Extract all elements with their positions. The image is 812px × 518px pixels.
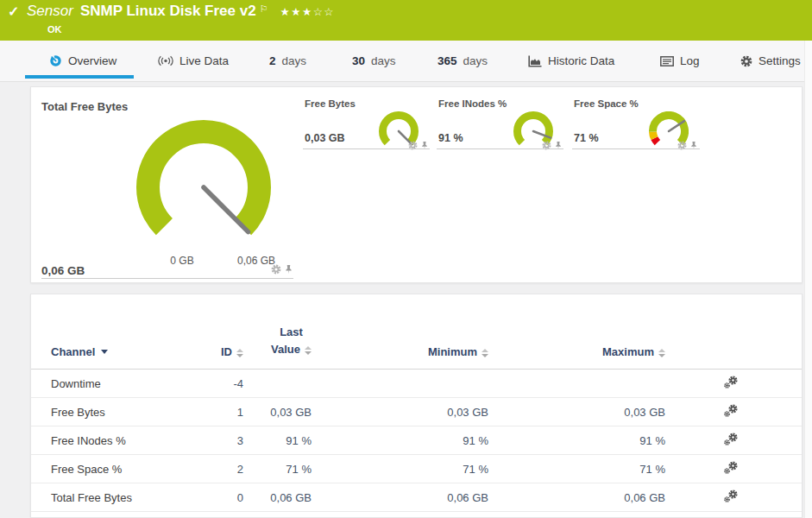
tab-settings-label: Settings: [758, 54, 801, 67]
column-header-minimum[interactable]: Minimum: [316, 294, 493, 370]
sort-icon: [305, 346, 312, 355]
historic-chart-icon: [528, 55, 542, 67]
small-gauge-value-free-bytes: 0,03 GB: [305, 132, 345, 144]
small-gauge-title-free-inodes: Free INodes %: [438, 98, 507, 109]
object-kind-label: Sensor: [27, 3, 73, 20]
last-value-cell: 91 %: [247, 426, 316, 455]
small-gauge-title-free-bytes: Free Bytes: [305, 98, 356, 109]
small-gauge-divider: [437, 148, 563, 149]
scrollbar-track[interactable]: [804, 41, 812, 518]
sort-icon: [482, 349, 488, 357]
main-gauge-title: Total Free Bytes: [41, 100, 128, 113]
log-list-icon: [660, 56, 674, 66]
sensor-name: SNMP Linux Disk Free v2: [80, 3, 256, 20]
small-gauge-value-free-inodes: 91 %: [438, 132, 463, 144]
tab-historic-data-label: Historic Data: [548, 54, 614, 67]
tab-30-days[interactable]: 30 days: [352, 41, 396, 81]
priority-stars[interactable]: ★★★☆☆: [280, 5, 336, 18]
main-gauge-actions: [271, 264, 293, 275]
column-header-channel-label: Channel: [51, 345, 95, 358]
minimum-cell: 71 %: [316, 455, 493, 483]
minimum-cell: [316, 370, 493, 398]
tab-30-days-unit: days: [371, 54, 396, 67]
sort-desc-icon: [101, 350, 108, 354]
column-header-last-value[interactable]: Last Value: [247, 294, 316, 370]
table-row[interactable]: Total Free Bytes 0 0,06 GB 0,06 GB 0,06 …: [31, 483, 802, 512]
status-check-icon: ✓: [8, 3, 19, 20]
channel-name-cell[interactable]: Free Space %: [31, 455, 195, 483]
column-header-id[interactable]: ID: [195, 294, 247, 370]
tab-live-data-label: Live Data: [179, 54, 229, 67]
active-tab-underline: [25, 75, 134, 79]
tab-365-days[interactable]: 365 days: [437, 41, 488, 81]
small-gauge-title-free-space: Free Space %: [574, 98, 639, 109]
main-gauge: [136, 120, 271, 255]
channel-table-panel: Channel ID Last Value Minimum Maximum: [30, 294, 803, 518]
table-header-row: Channel ID Last Value Minimum Maximum: [31, 294, 802, 370]
channel-settings-icon[interactable]: [724, 490, 740, 503]
column-header-actions: [670, 294, 802, 370]
gauges-panel: Total Free Bytes 0 GB 0,06 GB 0,06 GB Fr…: [30, 86, 803, 283]
main-gauge-min-label: 0 GB: [156, 255, 208, 267]
column-header-maximum[interactable]: Maximum: [493, 294, 670, 370]
table-row[interactable]: Free Space % 2 71 % 71 % 71 %: [31, 455, 802, 483]
main-gauge-value: 0,06 GB: [41, 264, 85, 277]
sort-icon: [236, 349, 243, 357]
tab-log[interactable]: Log: [660, 41, 700, 81]
channel-settings-icon[interactable]: [724, 376, 740, 389]
channel-id-cell: 1: [195, 398, 247, 426]
maximum-cell: 0,03 GB: [493, 398, 670, 426]
tab-bar: Overview Live Data 2 days 30 days 365 da…: [0, 41, 812, 82]
maximum-cell: [493, 370, 670, 398]
channel-name-cell[interactable]: Total Free Bytes: [31, 483, 195, 512]
gear-icon[interactable]: [271, 264, 281, 275]
tab-365-days-unit: days: [463, 54, 488, 67]
channel-name-cell[interactable]: Free Bytes: [31, 398, 195, 426]
minimum-cell: 91 %: [316, 426, 493, 455]
maximum-cell: 0,06 GB: [493, 483, 670, 512]
tab-live-data[interactable]: Live Data: [158, 41, 229, 81]
channel-settings-icon[interactable]: [724, 461, 740, 475]
column-header-value-label: Value: [271, 343, 300, 356]
sensor-title-row: Sensor SNMP Linux Disk Free v2 ⚐ ★★★☆☆: [27, 3, 335, 20]
channel-id-cell: 0: [195, 483, 247, 512]
table-row[interactable]: Free Bytes 1 0,03 GB 0,03 GB 0,03 GB: [31, 398, 802, 426]
tab-2-days-number: 2: [269, 54, 276, 67]
column-header-id-label: ID: [221, 345, 232, 358]
channel-id-cell: 3: [195, 426, 247, 455]
tab-2-days[interactable]: 2 days: [269, 41, 306, 81]
live-broadcast-icon: [158, 55, 173, 66]
sensor-status-badge: OK: [47, 24, 62, 35]
tab-settings[interactable]: Settings: [740, 41, 801, 81]
tab-log-label: Log: [680, 54, 700, 67]
sort-icon: [658, 349, 665, 357]
small-gauge-divider: [572, 148, 700, 149]
channel-name-cell[interactable]: Downtime: [31, 370, 195, 398]
priority-flag-icon[interactable]: ⚐: [260, 3, 268, 15]
channel-name-cell[interactable]: Free INodes %: [31, 426, 195, 455]
table-row[interactable]: Free INodes % 3 91 % 91 % 91 %: [31, 426, 802, 455]
column-header-maximum-label: Maximum: [602, 345, 654, 358]
column-header-minimum-label: Minimum: [428, 345, 477, 358]
tab-overview-label: Overview: [68, 54, 116, 67]
channel-settings-icon[interactable]: [724, 433, 740, 446]
last-value-cell: 0,06 GB: [247, 483, 316, 512]
tab-historic-data[interactable]: Historic Data: [528, 41, 614, 81]
channel-id-cell: -4: [195, 370, 247, 398]
pin-icon[interactable]: [285, 264, 293, 275]
tab-30-days-number: 30: [352, 54, 365, 67]
minimum-cell: 0,06 GB: [316, 483, 493, 512]
column-header-last-label: Last: [280, 325, 303, 338]
gauge-overview-icon: [49, 54, 62, 67]
sensor-status-header: ✓ Sensor SNMP Linux Disk Free v2 ⚐ ★★★☆☆…: [0, 0, 812, 41]
channel-table: Channel ID Last Value Minimum Maximum: [31, 294, 802, 512]
maximum-cell: 71 %: [493, 455, 670, 483]
tab-365-days-number: 365: [437, 54, 457, 67]
table-row[interactable]: Downtime -4: [31, 370, 802, 398]
channel-settings-icon[interactable]: [724, 404, 740, 418]
column-header-channel[interactable]: Channel: [31, 294, 195, 370]
tab-2-days-unit: days: [282, 54, 307, 67]
last-value-cell: [247, 370, 316, 398]
settings-gear-icon: [740, 55, 752, 67]
small-gauge-value-free-space: 71 %: [574, 132, 599, 144]
